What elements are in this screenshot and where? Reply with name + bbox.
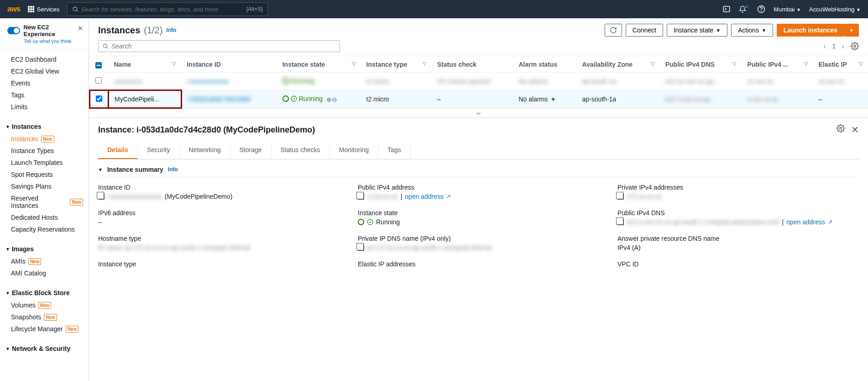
sidebar-item-amis[interactable]: AMIsNew bbox=[0, 255, 89, 267]
sidebar-item-reserved-instances[interactable]: Reserved InstancesNew bbox=[0, 192, 89, 212]
col-instance-id[interactable]: Instance ID bbox=[181, 56, 277, 73]
panel-resizer[interactable]: ═ bbox=[89, 109, 868, 117]
sidebar-item-limits[interactable]: Limits bbox=[0, 101, 89, 113]
global-search-input[interactable] bbox=[81, 6, 246, 13]
cell-alarms: No alarms bbox=[518, 95, 548, 103]
new-experience-toggle[interactable] bbox=[7, 27, 20, 34]
sidebar-item-instances[interactable]: InstancesNew bbox=[0, 133, 89, 145]
copy-icon[interactable] bbox=[358, 193, 364, 200]
sidebar-section-instances[interactable]: ▼Instances bbox=[0, 120, 89, 133]
sidebar-item-capacity-reservations[interactable]: Capacity Reservations bbox=[0, 223, 89, 235]
filter-input[interactable] bbox=[111, 42, 336, 50]
new-experience-banner: New EC2 Experience Tell us what you thin… bbox=[0, 18, 89, 50]
tab-security[interactable]: Security bbox=[138, 142, 180, 159]
sidebar-item-spot-requests[interactable]: Spot Requests bbox=[0, 169, 89, 180]
services-label: Services bbox=[37, 6, 60, 13]
col-name[interactable]: Name▽ bbox=[109, 56, 182, 73]
tab-details[interactable]: Details bbox=[98, 142, 138, 159]
col-elastic-ip[interactable]: Elastic IP▽ bbox=[813, 56, 868, 73]
global-search[interactable]: [Alt+S] bbox=[67, 2, 268, 16]
instance-state-button[interactable]: Instance state ▼ bbox=[667, 24, 727, 37]
tab-storage[interactable]: Storage bbox=[230, 142, 272, 159]
refresh-button[interactable] bbox=[605, 24, 622, 37]
cell-type: t2.micro bbox=[366, 78, 389, 85]
summary-grid: Instance ID i-xxxxxxxxxxxxxxxx (MyCodePi… bbox=[98, 177, 859, 276]
info-link[interactable]: Info bbox=[166, 27, 176, 33]
table-row[interactable]: MyCodePipeli... i-053d1a0dc7d4c28d0 Runn… bbox=[90, 90, 868, 108]
sidebar-section-ebs[interactable]: ▼Elastic Block Store bbox=[0, 286, 89, 299]
next-page[interactable]: › bbox=[842, 42, 844, 50]
sidebar-item-volumes[interactable]: VolumesNew bbox=[0, 299, 89, 311]
col-instance-type[interactable]: Instance type▽ bbox=[361, 56, 432, 73]
account-menu[interactable]: AccuWebHosting ▼ bbox=[809, 6, 861, 13]
add-alarm-icon[interactable]: + bbox=[551, 95, 555, 103]
sidebar-item-snapshots[interactable]: SnapshotsNew bbox=[0, 311, 89, 323]
col-alarm-status[interactable]: Alarm status bbox=[513, 56, 576, 73]
sidebar-item-dedicated-hosts[interactable]: Dedicated Hosts bbox=[0, 212, 89, 223]
connect-button[interactable]: Connect bbox=[626, 24, 663, 37]
cell-status: – bbox=[437, 95, 441, 103]
external-link-icon[interactable]: ↗ bbox=[446, 193, 451, 200]
detail-header: Instance: i-053d1a0dc7d4c28d0 (MyCodePip… bbox=[98, 118, 859, 142]
actions-button[interactable]: Actions ▼ bbox=[731, 24, 773, 37]
svg-line-6 bbox=[106, 47, 108, 48]
filter-input-wrapper[interactable] bbox=[98, 40, 340, 52]
region-selector[interactable]: Mumbai ▼ bbox=[774, 6, 801, 13]
help-icon[interactable] bbox=[757, 5, 765, 13]
col-availability-zone[interactable]: Availability Zone▽ bbox=[576, 56, 659, 73]
sidebar-item-tags[interactable]: Tags bbox=[0, 89, 89, 101]
sidebar-item-global-view[interactable]: EC2 Global View bbox=[0, 65, 89, 77]
close-panel-icon[interactable]: ✕ bbox=[851, 124, 859, 135]
sidebar-section-network-security[interactable]: ▼Network & Security bbox=[0, 342, 89, 355]
notifications-icon[interactable] bbox=[739, 5, 749, 13]
table-row[interactable]: xxxxxxxxx i-xxxxxxxxxxxx Running t2.micr… bbox=[90, 73, 868, 90]
open-address-link[interactable]: open address bbox=[405, 193, 444, 200]
sidebar-section-images[interactable]: ▼Images bbox=[0, 243, 89, 255]
cell-instance-id[interactable]: i-053d1a0dc7d4c28d0 bbox=[188, 95, 251, 103]
tab-tags[interactable]: Tags bbox=[378, 142, 411, 159]
cloudshell-icon[interactable] bbox=[722, 5, 731, 13]
copy-icon[interactable] bbox=[617, 193, 624, 200]
open-address-link[interactable]: open address bbox=[786, 218, 825, 226]
sidebar-item-savings-plans[interactable]: Savings Plans bbox=[0, 180, 89, 192]
tab-networking[interactable]: Networking bbox=[180, 142, 230, 159]
col-public-dns[interactable]: Public IPv4 DNS▽ bbox=[660, 56, 742, 73]
copy-icon[interactable] bbox=[98, 193, 105, 200]
copy-icon[interactable] bbox=[617, 219, 624, 225]
tab-monitoring[interactable]: Monitoring bbox=[330, 142, 378, 159]
instances-table-wrapper: Name▽ Instance ID Instance state▽ Instan… bbox=[89, 56, 868, 109]
row-checkbox[interactable] bbox=[96, 95, 102, 102]
col-instance-state[interactable]: Instance state▽ bbox=[277, 56, 361, 73]
layout: New EC2 Experience Tell us what you thin… bbox=[0, 18, 868, 381]
external-link-icon[interactable]: ↗ bbox=[828, 219, 832, 225]
sidebar-item-launch-templates[interactable]: Launch Templates bbox=[0, 157, 89, 169]
sidebar-item-instance-types[interactable]: Instance Types bbox=[0, 145, 89, 157]
sidebar-item-ami-catalog[interactable]: AMI Catalog bbox=[0, 267, 89, 279]
col-public-ipv4[interactable]: Public IPv4 ...▽ bbox=[742, 56, 813, 73]
launch-instances-dropdown[interactable]: ▼ bbox=[844, 24, 859, 37]
sidebar-item-events[interactable]: Events bbox=[0, 77, 89, 89]
feedback-link[interactable]: Tell us what you think bbox=[24, 38, 81, 44]
state-menu-icon[interactable]: ⊕⊖ bbox=[326, 96, 337, 103]
svg-point-4 bbox=[761, 11, 762, 11]
cell-type: t2.micro bbox=[366, 95, 389, 103]
close-icon[interactable]: ✕ bbox=[78, 25, 83, 32]
prev-page[interactable]: ‹ bbox=[824, 42, 826, 50]
settings-icon[interactable] bbox=[851, 42, 859, 50]
services-menu[interactable]: Services bbox=[28, 6, 60, 13]
collapse-icon[interactable]: ▼ bbox=[98, 167, 103, 172]
page-number: 1 bbox=[832, 42, 836, 50]
copy-icon[interactable] bbox=[358, 244, 364, 251]
cell-status: 2/2 checks passed bbox=[437, 78, 490, 85]
aws-logo[interactable]: aws bbox=[7, 5, 21, 13]
tab-status-checks[interactable]: Status checks bbox=[272, 142, 330, 159]
preferences-icon[interactable] bbox=[837, 124, 845, 135]
summary-info-link[interactable]: Info bbox=[168, 166, 178, 173]
select-all-checkbox[interactable] bbox=[95, 62, 102, 69]
sidebar-item-lifecycle-manager[interactable]: Lifecycle ManagerNew bbox=[0, 323, 89, 335]
launch-instances-button[interactable]: Launch instances bbox=[777, 24, 844, 37]
sidebar-item-dashboard[interactable]: EC2 Dashboard bbox=[0, 53, 89, 65]
cell-state: Running bbox=[282, 77, 314, 85]
row-checkbox[interactable] bbox=[95, 77, 102, 84]
col-status-check[interactable]: Status check bbox=[432, 56, 513, 73]
